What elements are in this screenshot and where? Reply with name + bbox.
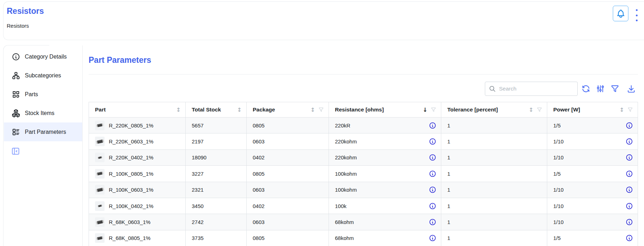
cell-part[interactable]: R_220K_0603_1% [89,133,186,149]
power-value: 1/10 [553,219,564,225]
column-label: Part [95,106,106,113]
info-circle-icon[interactable] [626,122,633,129]
cell-part[interactable]: R_220K_0805_1% [89,117,186,133]
part-thumbnail [95,201,105,211]
info-circle-icon[interactable] [626,186,633,193]
cell-package: 0402 [247,150,329,165]
column-header-power-w[interactable]: Power [W]↕ [547,102,638,117]
power-value: 1/10 [553,203,564,209]
sort-icon[interactable]: ↕ [310,106,315,113]
sidebar-item-category-details[interactable]: Category Details [4,47,82,66]
sidebar-item-parts[interactable]: Parts [4,85,82,104]
part-name: R_68K_0603_1% [109,219,151,225]
table-row[interactable]: R_100K_0603_1%23210603100kohm11/10 [89,182,638,198]
total-stock-value: 18090 [192,154,207,160]
search-input[interactable] [499,86,574,92]
cell-total-stock: 3450 [186,198,247,214]
power-value: 1/5 [553,122,561,129]
column-header-resistance-ohms[interactable]: Resistance [ohms]↓ [329,102,441,117]
sidebar-item-subcategories[interactable]: Subcategories [4,66,82,85]
power-value: 1/10 [553,138,564,144]
part-thumbnail [95,137,105,146]
column-header-part[interactable]: Part↕ [89,102,186,117]
cell-part[interactable]: R_68K_0603_1% [89,214,186,230]
part-thumbnail [95,233,105,243]
cell-total-stock: 2321 [186,182,247,198]
overflow-menu-button[interactable] [634,9,639,21]
info-circle-icon[interactable] [626,234,633,242]
cell-resistance: 220kohm [329,133,441,149]
table-row[interactable]: R_220K_0603_1%21970603220kohm11/10 [89,133,638,149]
info-circle-icon[interactable] [429,234,436,242]
cell-part[interactable]: R_100K_0603_1% [89,182,186,198]
column-filter-icon[interactable] [537,107,542,113]
info-circle-icon[interactable] [626,218,633,226]
refresh-icon[interactable] [581,84,590,93]
column-header-package[interactable]: Package↕ [247,102,329,117]
notifications-button[interactable] [613,6,628,21]
info-circle-icon[interactable] [429,122,436,129]
part-thumbnail [95,153,105,162]
cell-package: 0805 [247,117,329,133]
info-circle-icon[interactable] [626,202,633,210]
cell-part[interactable]: R_100K_0402_1% [89,198,186,214]
package-value: 0603 [253,219,264,225]
column-filter-icon[interactable] [431,107,436,113]
column-header-tolerance-percent[interactable]: Tolerance [percent]↕ [441,102,547,117]
column-label: Tolerance [percent] [447,106,498,113]
dots-vertical-icon [636,15,638,16]
sidebar-collapse-button[interactable] [11,147,20,156]
info-circle-icon[interactable] [429,186,436,193]
download-icon[interactable] [627,84,636,93]
part-name: R_100K_0805_1% [109,171,153,177]
column-header-total-stock[interactable]: Total Stock↕ [186,102,247,117]
table-row[interactable]: R_68K_0805_1%3735080568kohm11/5 [89,230,638,246]
sidebar-item-stock-items[interactable]: Stock Items [4,104,82,122]
table-row[interactable]: R_220K_0402_1%180900402220kohm11/10 [89,149,638,165]
info-circle-icon[interactable] [429,138,436,145]
resistance-value: 220kohm [335,154,357,160]
cell-part[interactable]: R_220K_0402_1% [89,150,186,165]
sort-icon[interactable]: ↕ [237,106,242,113]
sort-icon[interactable]: ↕ [176,106,181,113]
info-circle-icon[interactable] [429,154,436,161]
cell-tolerance: 1 [441,117,547,133]
column-filter-icon[interactable] [318,107,324,113]
cell-power: 1/5 [547,166,638,181]
table-row[interactable]: R_100K_0805_1%32270805100kohm11/5 [89,165,638,181]
table-row[interactable]: R_68K_0603_1%2742060368kohm11/10 [89,214,638,230]
table-search [485,82,578,96]
sidebar-item-label: Category Details [25,54,67,60]
sidebar-item-part-parameters[interactable]: Part Parameters [4,122,82,141]
info-circle-icon[interactable] [626,138,633,145]
table-row[interactable]: R_100K_0402_1%34500402100k11/10 [89,198,638,214]
info-circle-icon[interactable] [429,202,436,210]
cell-package: 0805 [247,166,329,181]
panel-title: Part Parameters [89,55,151,65]
breadcrumb[interactable]: Resistors [7,23,29,29]
sort-icon[interactable]: ↕ [620,106,624,113]
sort-icon[interactable]: ↓ [423,106,427,113]
cell-total-stock: 2197 [186,133,247,149]
column-filter-icon[interactable] [627,107,633,113]
part-name: R_220K_0603_1% [109,138,153,144]
cell-part[interactable]: R_68K_0805_1% [89,230,186,246]
filter-icon[interactable] [610,84,620,93]
part-name: R_68K_0805_1% [109,235,151,241]
cell-part[interactable]: R_100K_0805_1% [89,166,186,181]
info-circle-icon[interactable] [626,170,633,177]
part-thumbnail [95,169,105,179]
package-value: 0805 [253,122,264,129]
info-circle-icon[interactable] [626,154,633,161]
total-stock-value: 3227 [192,171,203,177]
info-circle-icon[interactable] [429,218,436,226]
table-row[interactable]: R_220K_0805_1%56570805220kR11/5 [89,117,638,133]
tolerance-value: 1 [447,187,450,193]
column-label: Total Stock [192,106,221,113]
cell-resistance: 220kR [329,117,441,133]
info-circle-icon[interactable] [429,170,436,177]
adjustments-icon[interactable] [596,84,605,93]
cell-power: 1/10 [547,198,638,214]
sort-icon[interactable]: ↕ [529,106,533,113]
total-stock-value: 2742 [192,219,203,225]
